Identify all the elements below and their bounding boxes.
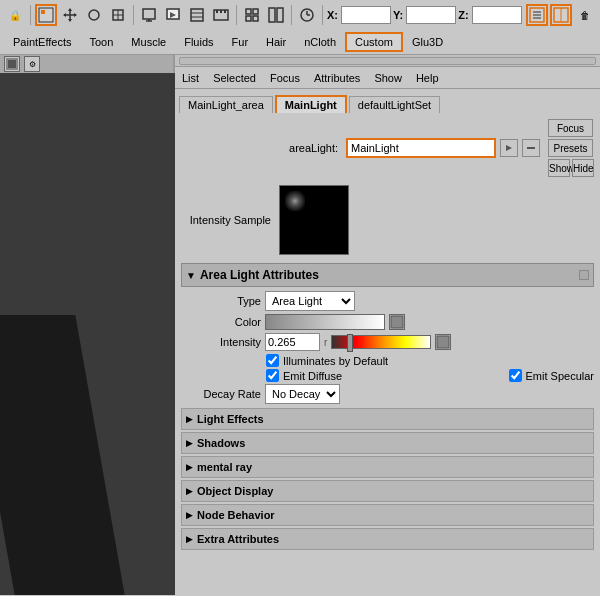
extra-attrs-section[interactable]: ▶ Extra Attributes xyxy=(181,528,594,550)
svg-rect-17 xyxy=(191,9,203,21)
type-select[interactable]: Area Light xyxy=(265,291,355,311)
mental-ray-title: mental ray xyxy=(197,461,252,473)
menu-help[interactable]: Help xyxy=(413,72,442,84)
node-behavior-section[interactable]: ▶ Node Behavior xyxy=(181,504,594,526)
node-behavior-title: Node Behavior xyxy=(197,509,275,521)
tab-custom[interactable]: Custom xyxy=(345,32,403,52)
move-icon[interactable] xyxy=(59,4,81,26)
shadows-title: Shadows xyxy=(197,437,245,449)
svg-rect-29 xyxy=(277,8,283,22)
presets-button[interactable]: Presets xyxy=(548,139,593,157)
tab-toon[interactable]: Toon xyxy=(81,33,123,51)
intensity-slider[interactable] xyxy=(331,335,431,349)
svg-rect-1 xyxy=(41,10,45,14)
3d-shape xyxy=(0,315,125,595)
lock-icon[interactable]: 🔒 xyxy=(4,4,26,26)
area-light-row: areaLight: Focus Presets Show Hide xyxy=(181,119,594,177)
section-scroll-icon[interactable] xyxy=(579,270,589,280)
tab-mainlight[interactable]: MainLight xyxy=(275,95,347,113)
tab-hair[interactable]: Hair xyxy=(257,33,295,51)
light-effects-title: Light Effects xyxy=(197,413,264,425)
attr-menubar: List Selected Focus Attributes Show Help xyxy=(175,67,600,89)
intensity-input[interactable] xyxy=(265,333,320,351)
z-input[interactable] xyxy=(472,6,522,24)
texture-icon[interactable] xyxy=(186,4,208,26)
channel-box-icon[interactable] xyxy=(550,4,572,26)
area-light-input[interactable] xyxy=(346,138,496,158)
grid-icon[interactable] xyxy=(241,4,263,26)
shadows-section[interactable]: ▶ Shadows xyxy=(181,432,594,454)
top-scrollbar[interactable] xyxy=(175,55,600,67)
trash-icon[interactable]: 🗑 xyxy=(574,4,596,26)
area-light-attrs-header[interactable]: ▼ Area Light Attributes xyxy=(181,263,594,287)
node-behavior-arrow: ▶ xyxy=(186,510,193,520)
attr-editor-icon[interactable] xyxy=(526,4,548,26)
separator5 xyxy=(322,5,323,25)
extra-attrs-arrow: ▶ xyxy=(186,534,193,544)
intensity-sample-row: Intensity Sample xyxy=(181,185,594,255)
x-label: X: xyxy=(327,9,338,21)
tab-glu3d[interactable]: Glu3D xyxy=(403,33,452,51)
illuminates-checkbox[interactable] xyxy=(266,354,279,367)
anim-icon[interactable] xyxy=(296,4,318,26)
svg-rect-42 xyxy=(527,147,535,149)
render-icon[interactable] xyxy=(138,4,160,26)
viewport-panel: ⚙ xyxy=(0,55,175,595)
grid2-icon[interactable] xyxy=(265,4,287,26)
tab-default-light-set[interactable]: defaultLightSet xyxy=(349,96,440,113)
scale-icon[interactable] xyxy=(107,4,129,26)
color-row: Color xyxy=(181,314,594,330)
hide-button[interactable]: Hide xyxy=(572,159,594,177)
svg-rect-12 xyxy=(143,9,155,19)
select-icon[interactable] xyxy=(35,4,57,26)
focus-button[interactable]: Focus xyxy=(548,119,593,137)
color-picker-btn[interactable] xyxy=(389,314,405,330)
render2-icon[interactable] xyxy=(162,4,184,26)
show-button[interactable]: Show xyxy=(548,159,570,177)
svg-rect-26 xyxy=(246,16,251,21)
menu-selected[interactable]: Selected xyxy=(210,72,259,84)
h-scrollbar-track[interactable] xyxy=(179,57,596,65)
emit-row: Emit Diffuse Emit Specular xyxy=(181,369,594,382)
separator3 xyxy=(236,5,237,25)
tab-muscle[interactable]: Muscle xyxy=(122,33,175,51)
tab-ncloth[interactable]: nCloth xyxy=(295,33,345,51)
intensity-slider-thumb[interactable] xyxy=(347,334,353,352)
emit-specular-label: Emit Specular xyxy=(526,370,594,382)
svg-rect-24 xyxy=(246,9,251,14)
svg-point-8 xyxy=(89,10,99,20)
svg-marker-41 xyxy=(506,145,512,151)
tab-mainlight-area[interactable]: MainLight_area xyxy=(179,96,273,113)
decay-select[interactable]: No Decay xyxy=(265,384,340,404)
area-light-btn1[interactable] xyxy=(500,139,518,157)
svg-rect-40 xyxy=(8,60,16,68)
toolbar-row1: 🔒 xyxy=(0,0,600,30)
area-light-btn2[interactable] xyxy=(522,139,540,157)
separator4 xyxy=(291,5,292,25)
x-input[interactable] xyxy=(341,6,391,24)
top-toolbar: 🔒 xyxy=(0,0,600,55)
light-effects-section[interactable]: ▶ Light Effects xyxy=(181,408,594,430)
menu-attributes[interactable]: Attributes xyxy=(311,72,363,84)
menu-list[interactable]: List xyxy=(179,72,202,84)
rotate-icon[interactable] xyxy=(83,4,105,26)
tab-painteffects[interactable]: PaintEffects xyxy=(4,33,81,51)
intensity-r-label: r xyxy=(324,337,327,348)
tab-fur[interactable]: Fur xyxy=(223,33,258,51)
emit-specular-checkbox[interactable] xyxy=(509,369,522,382)
menu-focus[interactable]: Focus xyxy=(267,72,303,84)
svg-marker-7 xyxy=(74,13,77,17)
film-icon[interactable] xyxy=(210,4,232,26)
color-swatch[interactable] xyxy=(265,314,385,330)
main-content: ⚙ List Selected Focus Attributes Show He… xyxy=(0,55,600,595)
intensity-color-btn[interactable] xyxy=(435,334,451,350)
viewport-icon2[interactable]: ⚙ xyxy=(24,56,40,72)
tab-fluids[interactable]: Fluids xyxy=(175,33,222,51)
mental-ray-section[interactable]: ▶ mental ray xyxy=(181,456,594,478)
y-input[interactable] xyxy=(406,6,456,24)
object-display-section[interactable]: ▶ Object Display xyxy=(181,480,594,502)
menu-show[interactable]: Show xyxy=(371,72,405,84)
shadows-arrow: ▶ xyxy=(186,438,193,448)
viewport-icon1[interactable] xyxy=(4,56,20,72)
emit-diffuse-checkbox[interactable] xyxy=(266,369,279,382)
